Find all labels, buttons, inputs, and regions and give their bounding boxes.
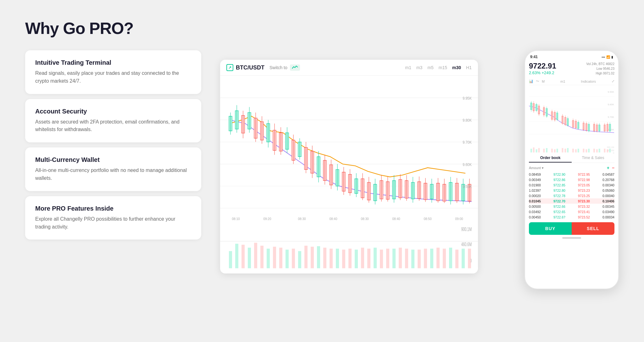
ob-row-3: 1.02397 9722.80 9723.23 0.05060: [529, 188, 614, 193]
svg-rect-136: [436, 248, 440, 268]
svg-rect-123: [311, 247, 314, 268]
phone-expand[interactable]: ⤢: [612, 79, 614, 83]
chart-body: 9.95K 9.80K 9.70K 9.60K 9.55K 08:10 09:2…: [220, 76, 478, 272]
svg-rect-216: [588, 149, 590, 152]
ob-amount-header: Amount ▾: [529, 166, 544, 170]
svg-rect-201: [536, 149, 537, 152]
svg-rect-109: [355, 250, 358, 268]
feature-card-more-features: More PRO Features Inside Explore all Cha…: [25, 196, 201, 240]
tab-time-sales[interactable]: Time & Sales: [572, 154, 614, 163]
svg-text:9.60K: 9.60K: [463, 162, 472, 167]
svg-rect-199: [530, 149, 532, 152]
phone-indicators[interactable]: Indicators: [581, 80, 596, 83]
bar-icon[interactable]: M: [542, 80, 545, 83]
order-book-rows: 0.08459 9722.90 9722.95 0.04587 0.00349 …: [529, 172, 614, 220]
feature-card-account-security: Account Security Assets are secured with…: [25, 99, 201, 143]
svg-rect-111: [392, 249, 396, 268]
svg-text:09:20: 09:20: [263, 217, 271, 221]
feature-desc-more-features: Explore all Changelly PRO possibilities …: [35, 215, 191, 231]
line-icon[interactable]: 〜: [536, 79, 539, 84]
svg-rect-128: [361, 248, 364, 268]
svg-text:9.90K: 9.90K: [608, 91, 614, 93]
svg-text:9.55K: 9.55K: [463, 184, 472, 189]
svg-rect-200: [533, 147, 535, 152]
svg-rect-213: [578, 149, 579, 152]
phone-vol-info: Vol 24h, BTC 46822 Low 9546.23 High 9971…: [586, 62, 614, 76]
svg-rect-126: [342, 250, 345, 268]
svg-rect-209: [564, 149, 566, 152]
phone-tf-m1[interactable]: m1: [560, 80, 565, 83]
svg-rect-130: [380, 250, 383, 268]
svg-rect-218: [596, 149, 598, 152]
svg-rect-115: [462, 249, 465, 268]
ob-row-5: 0.01045 9722.70 9723.30 0.10406: [529, 198, 614, 204]
svg-rect-207: [557, 149, 558, 152]
tf-h1[interactable]: H1: [466, 65, 472, 70]
mobile-phone: + − 9:41 ▪▪▪ 📶 ▮ 9722.91: [525, 50, 619, 289]
svg-rect-103: [248, 248, 251, 268]
svg-rect-107: [317, 246, 320, 268]
svg-rect-104: [267, 249, 270, 268]
phone-chart-area: 9.90K 9.80K 9.70K 9.60K: [529, 87, 614, 144]
page-title: Why Go PRO?: [25, 19, 619, 38]
svg-rect-116: [242, 245, 245, 268]
svg-rect-120: [279, 248, 282, 268]
svg-rect-114: [449, 248, 452, 268]
sell-button[interactable]: SELL: [572, 222, 614, 235]
feature-desc-account-security: Assets are secured with 2FA protection, …: [35, 118, 191, 134]
svg-rect-132: [399, 248, 402, 268]
svg-rect-101: [229, 251, 232, 268]
order-book-tabs: Order book Time & Sales: [529, 154, 614, 163]
svg-rect-139: [468, 249, 471, 268]
phone-price-block: 9722.91 2.63% +249.2: [529, 62, 556, 75]
tf-m15[interactable]: m15: [439, 65, 447, 70]
ob-row-2: 0.01900 9722.85 9723.05 0.00340: [529, 182, 614, 188]
ob-row-7: 0.03492 9722.65 9723.41 0.03490: [529, 209, 614, 214]
tf-m5[interactable]: m5: [427, 65, 433, 70]
switch-to[interactable]: Switch to: [269, 64, 300, 71]
svg-text:9.80K: 9.80K: [608, 103, 614, 106]
switch-label: Switch to: [269, 65, 287, 70]
ob-row-1: 0.00349 9722.86 9722.98 0.20768: [529, 177, 614, 182]
svg-rect-108: [336, 249, 339, 268]
svg-rect-135: [424, 249, 427, 268]
tf-m30[interactable]: m30: [452, 65, 461, 70]
phone-volume-area: 900.1M 460.6M 0: [529, 145, 614, 154]
svg-rect-219: [599, 149, 600, 152]
svg-text:9.70K: 9.70K: [608, 116, 614, 119]
svg-text:9.70K: 9.70K: [463, 140, 472, 145]
svg-rect-206: [554, 149, 556, 152]
svg-rect-106: [298, 251, 301, 268]
tab-order-book[interactable]: Order book: [529, 154, 572, 163]
svg-rect-129: [367, 249, 370, 268]
buy-sell-buttons: BUY SELL: [529, 222, 614, 235]
chart-pair-label: BTC/USDT: [236, 64, 264, 71]
svg-rect-222: [609, 149, 611, 152]
candle-icon[interactable]: 📊: [529, 79, 533, 83]
visuals-column: ↗ BTC/USDT Switch to m1 m3: [220, 50, 619, 295]
svg-rect-118: [260, 246, 264, 268]
phone-chart-controls: 📊 〜 M m1 Indicators ⤢: [529, 78, 614, 85]
feature-card-trading-terminal: Intuitive Trading Terminal Read signals,…: [25, 50, 201, 94]
svg-text:900.1M: 900.1M: [461, 227, 472, 232]
svg-text:08:40: 08:40: [392, 217, 400, 221]
chart-pair-icon: ↗: [226, 64, 233, 71]
ob-plus-button[interactable]: +: [607, 165, 609, 170]
svg-rect-138: [455, 250, 458, 268]
svg-rect-102: [235, 244, 238, 268]
buy-button[interactable]: BUY: [529, 222, 572, 235]
tf-m1[interactable]: m1: [405, 65, 411, 70]
switch-icon: [290, 64, 300, 71]
volume-chart: 900.1M 460.6M 0: [220, 224, 478, 272]
svg-text:460.6M: 460.6M: [461, 242, 472, 247]
svg-rect-131: [386, 249, 389, 268]
svg-text:08:40: 08:40: [329, 217, 337, 221]
svg-rect-204: [546, 148, 547, 152]
svg-rect-212: [575, 149, 577, 152]
svg-rect-221: [607, 149, 608, 152]
tf-m3[interactable]: m3: [416, 65, 422, 70]
feature-title-wallet: Multi-Currency Wallet: [35, 156, 191, 163]
phone-price-area: 9722.91 2.63% +249.2 Vol 24h, BTC 46822 …: [529, 62, 614, 76]
ob-minus-button[interactable]: −: [612, 165, 614, 170]
svg-text:08:50: 08:50: [424, 217, 431, 221]
